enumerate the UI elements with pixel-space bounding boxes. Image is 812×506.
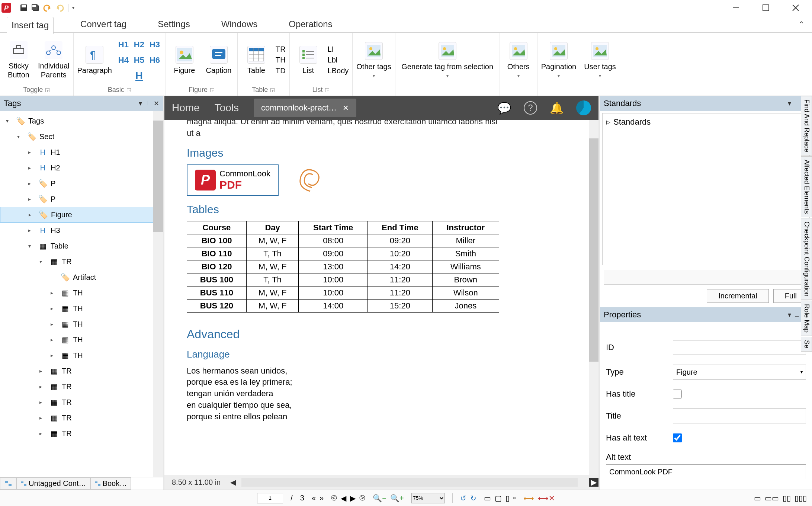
- title-input[interactable]: [673, 409, 806, 423]
- ribbon-collapse-icon[interactable]: ⌃: [798, 20, 805, 29]
- doc-tab[interactable]: commonlook-pract… ✕: [254, 99, 356, 117]
- fit-height-icon[interactable]: ▯: [506, 494, 510, 503]
- nav-prev-icon[interactable]: ◀: [341, 494, 346, 503]
- fit-page-icon[interactable]: ▭: [484, 494, 491, 503]
- layout-1-icon[interactable]: ▭: [754, 494, 761, 503]
- pagination-button[interactable]: Pagination▾: [541, 42, 577, 79]
- avatar[interactable]: [576, 100, 591, 115]
- individual-parents-button[interactable]: Individual Parents: [38, 41, 70, 79]
- side-tab[interactable]: Role Map: [801, 301, 812, 336]
- tree-item-tr[interactable]: ▸▦TR: [0, 363, 163, 379]
- others-button[interactable]: Others▾: [504, 42, 533, 79]
- tab-settings[interactable]: Settings: [153, 16, 195, 32]
- tab-operations[interactable]: Operations: [284, 16, 337, 32]
- side-tab[interactable]: Affected Elements: [801, 156, 812, 217]
- scrollbar-thumb[interactable]: [589, 138, 598, 362]
- rotate-ccw-icon[interactable]: ↺: [460, 494, 466, 503]
- panel-menu-icon[interactable]: ▾: [788, 311, 791, 319]
- user-tags-button[interactable]: User tags▾: [584, 42, 616, 79]
- undo-icon[interactable]: [43, 3, 52, 13]
- dialog-launcher-icon[interactable]: ◲: [45, 87, 50, 93]
- lbody-button[interactable]: LBody: [328, 67, 349, 75]
- dialog-launcher-icon[interactable]: ◲: [270, 87, 275, 93]
- tree-item-artifact[interactable]: 🏷️Artifact: [0, 269, 163, 285]
- alt-text-input[interactable]: [606, 464, 806, 479]
- panel-menu-icon[interactable]: ▾: [139, 99, 142, 108]
- sticky-button[interactable]: Sticky Button: [4, 41, 33, 79]
- tree-item-th[interactable]: ▸▦TH: [0, 301, 163, 316]
- dialog-launcher-icon[interactable]: ◲: [210, 87, 215, 93]
- scroll-left-icon[interactable]: ◀: [228, 478, 238, 487]
- maximize-button[interactable]: [758, 2, 773, 13]
- close-icon[interactable]: ✕: [343, 103, 349, 112]
- nav-first-icon[interactable]: ⧀: [331, 494, 337, 502]
- dialog-launcher-icon[interactable]: ◲: [126, 87, 131, 93]
- h-button[interactable]: H: [116, 69, 162, 83]
- table-button[interactable]: Table: [241, 46, 271, 75]
- redo-icon[interactable]: [55, 3, 64, 13]
- h6-button[interactable]: H6: [148, 53, 162, 67]
- has-title-checkbox[interactable]: [673, 390, 682, 398]
- lbl-button[interactable]: Lbl: [328, 56, 349, 64]
- nav-last-icon[interactable]: ⧁: [359, 494, 365, 502]
- h4-button[interactable]: H4: [116, 53, 131, 67]
- next-page-icon[interactable]: »: [320, 494, 324, 502]
- zoom-select[interactable]: 75%: [411, 493, 445, 503]
- scrollbar-thumb[interactable]: [153, 121, 163, 232]
- first-page-icon[interactable]: «: [312, 494, 316, 502]
- pin-icon[interactable]: ⟂: [146, 99, 150, 108]
- ruler-h-icon[interactable]: ⟷: [523, 494, 534, 503]
- close-icon[interactable]: ✕: [154, 99, 159, 108]
- tree-item-tr[interactable]: ▸▦TR: [0, 394, 163, 410]
- h2-button[interactable]: H2: [132, 38, 146, 52]
- td-button[interactable]: TD: [276, 67, 286, 75]
- other-tags-button[interactable]: Other tags▾: [356, 42, 391, 79]
- tree-item-figure[interactable]: ▸🏷️Figure: [0, 207, 163, 222]
- incremental-button[interactable]: Incremental: [707, 289, 769, 303]
- help-icon[interactable]: ?: [524, 101, 537, 115]
- tree-item-h3[interactable]: ▸HH3: [0, 222, 163, 238]
- ruler-clear-icon[interactable]: ⟷✕: [538, 494, 555, 503]
- side-tab[interactable]: Checkpoint Configuration: [801, 218, 812, 300]
- scroll-up-icon[interactable]: ⌃: [600, 322, 812, 333]
- scroll-right-icon[interactable]: ▶: [589, 478, 598, 487]
- paragraph-button[interactable]: ¶ Paragraph: [77, 46, 112, 75]
- tree-item-tr[interactable]: ▸▦TR: [0, 410, 163, 426]
- doc-tools[interactable]: Tools: [215, 102, 239, 114]
- actual-size-icon[interactable]: ▫: [513, 494, 516, 502]
- bell-icon[interactable]: 🔔: [550, 102, 564, 115]
- fit-width-icon[interactable]: ▢: [495, 494, 502, 503]
- bottom-tab-bookmarks[interactable]: Book…: [90, 477, 131, 490]
- scrollbar[interactable]: [241, 478, 578, 487]
- panel-menu-icon[interactable]: ▾: [788, 99, 791, 108]
- caption-button[interactable]: Caption: [204, 46, 234, 75]
- tree-item-tr[interactable]: ▾▦TR: [0, 254, 163, 269]
- tree-item-h2[interactable]: ▸HH2: [0, 160, 163, 176]
- layout-3-icon[interactable]: ▯▯: [783, 494, 791, 503]
- tree-item-table[interactable]: ▾▦Table: [0, 238, 163, 254]
- zoom-in-icon[interactable]: 🔍+: [390, 494, 404, 503]
- layout-4-icon[interactable]: ▯▯▯: [795, 494, 807, 503]
- generate-tag-button[interactable]: Generate tag from selection▾: [399, 42, 496, 79]
- tree-item-tr[interactable]: ▸▦TR: [0, 379, 163, 394]
- layout-2-icon[interactable]: ▭▭: [765, 494, 779, 503]
- type-select[interactable]: Figure▾: [673, 365, 806, 380]
- close-button[interactable]: [788, 2, 803, 13]
- side-tab[interactable]: Find And Replace: [801, 96, 812, 156]
- tab-windows[interactable]: Windows: [217, 16, 262, 32]
- tree-item-th[interactable]: ▸▦TH: [0, 285, 163, 301]
- tree-item-tr[interactable]: ▸▦TR: [0, 426, 163, 441]
- id-input[interactable]: [673, 340, 806, 355]
- qat-dropdown-icon[interactable]: ▾: [72, 5, 74, 10]
- pin-icon[interactable]: ⟂: [795, 99, 799, 108]
- tree-item-sect[interactable]: ▾🏷️Sect: [0, 129, 163, 144]
- tree-item-th[interactable]: ▸▦TH: [0, 348, 163, 363]
- doc-home[interactable]: Home: [172, 102, 200, 114]
- rotate-cw-icon[interactable]: ↻: [470, 494, 476, 503]
- pin-icon[interactable]: ⟂: [795, 311, 799, 319]
- list-button[interactable]: List: [293, 46, 323, 75]
- scrollbar[interactable]: [589, 120, 598, 475]
- bottom-tab-untagged[interactable]: Untagged Cont…: [16, 477, 90, 490]
- h1-button[interactable]: H1: [116, 38, 131, 52]
- save-all-icon[interactable]: [31, 3, 41, 13]
